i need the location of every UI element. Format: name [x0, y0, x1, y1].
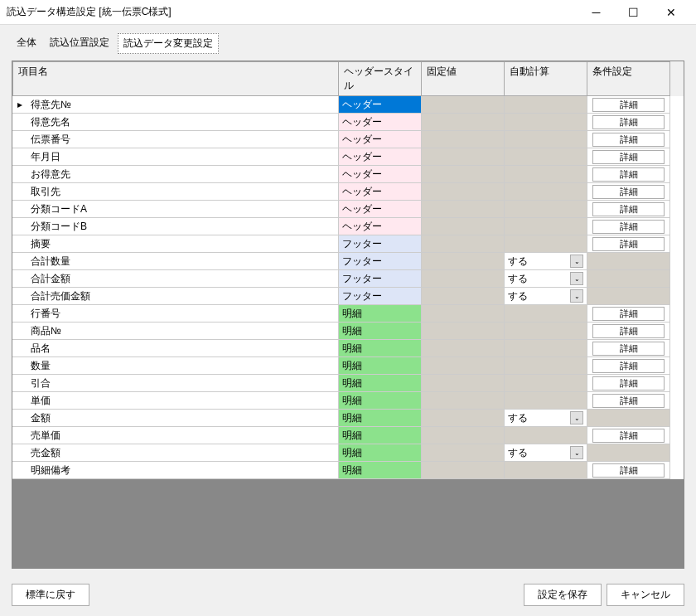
table-row[interactable]: 分類コードBヘッダー詳細 [12, 218, 684, 235]
detail-button[interactable]: 詳細 [592, 342, 665, 356]
cell-auto[interactable]: する⌄ [505, 288, 587, 305]
table-row[interactable]: 年月日ヘッダー詳細 [12, 148, 684, 166]
cell-fixed[interactable] [422, 183, 505, 201]
detail-button[interactable]: 詳細 [592, 376, 665, 390]
reset-button[interactable]: 標準に戻す [12, 584, 89, 606]
detail-button[interactable]: 詳細 [592, 115, 665, 129]
cell-fixed[interactable] [422, 131, 505, 148]
cell-fixed[interactable] [422, 427, 505, 444]
col-header-name[interactable]: 項目名 [12, 61, 339, 96]
cell-fixed[interactable] [422, 305, 505, 323]
auto-calc-select[interactable]: する⌄ [508, 255, 583, 269]
table-row[interactable]: 合計数量フッターする⌄ [12, 253, 684, 270]
detail-button[interactable]: 詳細 [592, 220, 665, 234]
cell-fixed[interactable] [422, 410, 505, 427]
cell-fixed[interactable] [422, 340, 505, 357]
cell-style[interactable]: 明細 [339, 375, 422, 392]
cell-style[interactable]: ヘッダー [339, 114, 422, 131]
detail-button[interactable]: 詳細 [592, 133, 665, 147]
cell-style[interactable]: ヘッダー [339, 166, 422, 183]
detail-button[interactable]: 詳細 [592, 202, 665, 216]
cell-auto[interactable] [505, 131, 587, 148]
cell-style[interactable]: 明細 [339, 444, 422, 462]
cell-name[interactable]: 合計数量 [12, 253, 339, 270]
cell-auto[interactable] [505, 305, 587, 323]
cell-auto[interactable] [505, 114, 587, 131]
cell-style[interactable]: フッター [339, 235, 422, 253]
auto-calc-select[interactable]: する⌄ [508, 446, 583, 460]
detail-button[interactable]: 詳細 [592, 237, 665, 251]
cell-auto[interactable] [505, 235, 587, 253]
cell-style[interactable]: 明細 [339, 305, 422, 323]
detail-button[interactable]: 詳細 [592, 98, 665, 112]
cell-auto[interactable]: する⌄ [505, 270, 587, 288]
close-button[interactable]: ✕ [652, 0, 689, 25]
detail-button[interactable]: 詳細 [592, 307, 665, 321]
cell-name[interactable]: 売金額 [12, 444, 339, 462]
cell-auto[interactable] [505, 148, 587, 166]
cell-style[interactable]: ヘッダー [339, 183, 422, 201]
cell-fixed[interactable] [422, 148, 505, 166]
cell-name[interactable]: 数量 [12, 357, 339, 375]
cell-style[interactable]: 明細 [339, 392, 422, 410]
table-row[interactable]: 行番号明細詳細 [12, 305, 684, 323]
table-row[interactable]: 合計金額フッターする⌄ [12, 270, 684, 288]
cell-name[interactable]: 引合 [12, 375, 339, 392]
tab-all[interactable]: 全体 [12, 33, 41, 54]
save-button[interactable]: 設定を保存 [524, 584, 602, 606]
cell-auto[interactable] [505, 340, 587, 357]
cancel-button[interactable]: キャンセル [607, 584, 684, 606]
table-row[interactable]: 数量明細詳細 [12, 357, 684, 375]
cell-fixed[interactable] [422, 375, 505, 392]
cell-style[interactable]: 明細 [339, 357, 422, 375]
cell-auto[interactable] [505, 218, 587, 235]
cell-fixed[interactable] [422, 201, 505, 218]
table-row[interactable]: 伝票番号ヘッダー詳細 [12, 131, 684, 148]
cell-style[interactable]: フッター [339, 270, 422, 288]
cell-style[interactable]: 明細 [339, 462, 422, 479]
cell-name[interactable]: 伝票番号 [12, 131, 339, 148]
detail-button[interactable]: 詳細 [592, 463, 665, 478]
cell-name[interactable]: 売単価 [12, 427, 339, 444]
table-row[interactable]: 売単価明細詳細 [12, 427, 684, 444]
cell-style[interactable]: 明細 [339, 340, 422, 357]
cell-style[interactable]: 明細 [339, 427, 422, 444]
table-row[interactable]: 金額明細する⌄ [12, 410, 684, 427]
cell-name[interactable]: 品名 [12, 340, 339, 357]
cell-name[interactable]: 明細備考 [12, 462, 339, 479]
cell-fixed[interactable] [422, 166, 505, 183]
cell-fixed[interactable] [422, 357, 505, 375]
cell-fixed[interactable] [422, 96, 505, 114]
cell-name[interactable]: 合計売価金額 [12, 288, 339, 305]
cell-style[interactable]: ヘッダー [339, 148, 422, 166]
cell-auto[interactable] [505, 375, 587, 392]
cell-name[interactable]: 分類コードA [12, 201, 339, 218]
cell-style[interactable]: ヘッダー [339, 218, 422, 235]
cell-style[interactable]: ヘッダー [339, 131, 422, 148]
detail-button[interactable]: 詳細 [592, 429, 665, 443]
cell-auto[interactable] [505, 427, 587, 444]
cell-name[interactable]: 行番号 [12, 305, 339, 323]
cell-auto[interactable] [505, 96, 587, 114]
cell-name[interactable]: 金額 [12, 410, 339, 427]
cell-auto[interactable]: する⌄ [505, 444, 587, 462]
table-row[interactable]: 摘要フッター詳細 [12, 235, 684, 253]
auto-calc-select[interactable]: する⌄ [508, 289, 583, 303]
table-row[interactable]: 得意先№ヘッダー詳細 [12, 96, 684, 114]
table-row[interactable]: 明細備考明細詳細 [12, 462, 684, 479]
cell-auto[interactable] [505, 183, 587, 201]
auto-calc-select[interactable]: する⌄ [508, 272, 583, 286]
table-row[interactable]: 取引先ヘッダー詳細 [12, 183, 684, 201]
detail-button[interactable]: 詳細 [592, 359, 665, 373]
cell-auto[interactable] [505, 166, 587, 183]
cell-style[interactable]: 明細 [339, 323, 422, 340]
col-header-style[interactable]: ヘッダースタイル [339, 61, 422, 96]
cell-style[interactable]: フッター [339, 253, 422, 270]
chevron-down-icon[interactable]: ⌄ [570, 446, 583, 459]
table-row[interactable]: 得意先名ヘッダー詳細 [12, 114, 684, 131]
chevron-down-icon[interactable]: ⌄ [570, 272, 583, 285]
chevron-down-icon[interactable]: ⌄ [570, 255, 583, 268]
cell-name[interactable]: お得意先 [12, 166, 339, 183]
cell-name[interactable]: 取引先 [12, 183, 339, 201]
maximize-button[interactable]: ☐ [615, 0, 652, 25]
